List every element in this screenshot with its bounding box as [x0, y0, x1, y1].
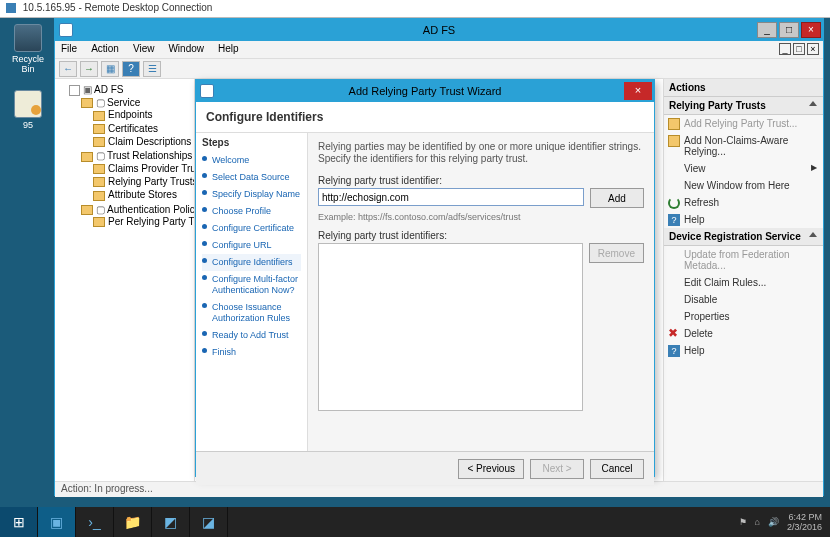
folder-icon: [668, 135, 680, 147]
rdp-icon: [6, 3, 16, 13]
action-update-fed[interactable]: Update from Federation Metada...: [664, 246, 823, 274]
action-refresh[interactable]: Refresh: [664, 194, 823, 211]
start-button[interactable]: ⊞: [0, 507, 38, 537]
collapse-icon[interactable]: [809, 232, 817, 237]
wizard-app-icon: [200, 84, 214, 98]
actions-drs-header: Device Registration Service: [664, 228, 823, 246]
taskbar-app1[interactable]: ◩: [152, 507, 190, 537]
action-edit-claim[interactable]: Edit Claim Rules...: [664, 274, 823, 291]
action-delete[interactable]: ✖Delete: [664, 325, 823, 342]
step-welcome[interactable]: Welcome: [202, 152, 301, 169]
child-min-button[interactable]: _: [779, 43, 791, 55]
action-add-non-claims[interactable]: Add Non-Claims-Aware Relying...: [664, 132, 823, 160]
delete-icon: ✖: [668, 328, 680, 340]
taskbar-powershell[interactable]: ›_: [76, 507, 114, 537]
recycle-bin[interactable]: Recycle Bin: [6, 24, 50, 74]
next-button[interactable]: Next >: [530, 459, 584, 479]
taskbar: ⊞ ▣ ›_ 📁 ◩ ◪ ⚑ ⌂ 🔊 6:42 PM 2/3/2016: [0, 507, 830, 537]
menu-action[interactable]: Action: [91, 43, 119, 56]
identifiers-listbox[interactable]: [318, 243, 583, 411]
wizard-dialog: Add Relying Party Trust Wizard × Configu…: [195, 79, 655, 477]
add-button[interactable]: Add: [590, 188, 644, 208]
help-icon: ?: [668, 345, 680, 357]
tree-service[interactable]: Service: [107, 97, 140, 108]
minimize-button[interactable]: _: [757, 22, 777, 38]
step-configure-url[interactable]: Configure URL: [202, 237, 301, 254]
folder-icon: [668, 118, 680, 130]
rdp-titlebar: 10.5.165.95 - Remote Desktop Connection: [0, 0, 830, 18]
wizard-main-pane: Relying parties may be identified by one…: [308, 133, 654, 451]
tray-network-icon[interactable]: ⌂: [755, 517, 760, 527]
action-properties[interactable]: Properties: [664, 308, 823, 325]
step-configure-identifiers[interactable]: Configure Identifiers: [202, 254, 301, 271]
wizard-steps-pane: Steps Welcome Select Data Source Specify…: [196, 133, 308, 451]
menu-window[interactable]: Window: [168, 43, 204, 56]
child-restore-button[interactable]: □: [793, 43, 805, 55]
identifier-label: Relying party trust identifier:: [318, 175, 644, 186]
step-select-data-source[interactable]: Select Data Source: [202, 169, 301, 186]
close-button[interactable]: ×: [801, 22, 821, 38]
step-display-name[interactable]: Specify Display Name: [202, 186, 301, 203]
menu-file[interactable]: File: [61, 43, 77, 56]
step-configure-mfa[interactable]: Configure Multi-factor Authentication No…: [202, 271, 301, 299]
previous-button[interactable]: < Previous: [458, 459, 524, 479]
action-help[interactable]: ?Help: [664, 211, 823, 228]
step-ready[interactable]: Ready to Add Trust: [202, 327, 301, 344]
tree-pane[interactable]: ▣AD FS ▢Service Endpoints Certificates C…: [55, 79, 195, 481]
toolbar-folder-button[interactable]: ▦: [101, 61, 119, 77]
taskbar-app2[interactable]: ◪: [190, 507, 228, 537]
tree-per-rp[interactable]: Per Relying Party Trust: [108, 216, 195, 227]
tray-sound-icon[interactable]: 🔊: [768, 517, 779, 527]
tree-endpoints[interactable]: Endpoints: [108, 109, 152, 120]
action-help2[interactable]: ?Help: [664, 342, 823, 359]
tree-auth-policies[interactable]: Authentication Policies: [107, 204, 195, 215]
nav-fwd-button[interactable]: →: [80, 61, 98, 77]
wizard-heading: Configure Identifiers: [196, 102, 654, 133]
actions-header: Actions: [664, 79, 823, 97]
tree-claimdesc[interactable]: Claim Descriptions: [108, 136, 191, 147]
remove-button[interactable]: Remove: [589, 243, 644, 263]
actions-pane: Actions Relying Party Trusts Add Relying…: [663, 79, 823, 481]
tree-relying-party[interactable]: Relying Party Trusts: [108, 176, 195, 187]
action-add-rp[interactable]: Add Relying Party Trust...: [664, 115, 823, 132]
tree-trust-rel[interactable]: Trust Relationships: [107, 150, 192, 161]
tree-certificates[interactable]: Certificates: [108, 123, 158, 134]
clock[interactable]: 6:42 PM 2/3/2016: [787, 512, 822, 532]
nav-back-button[interactable]: ←: [59, 61, 77, 77]
step-finish[interactable]: Finish: [202, 344, 301, 361]
help-icon: ?: [668, 214, 680, 226]
recycle-bin-icon: [14, 24, 42, 52]
identifiers-list-label: Relying party trust identifiers:: [318, 230, 644, 241]
menu-help[interactable]: Help: [218, 43, 239, 56]
taskbar-explorer[interactable]: 📁: [114, 507, 152, 537]
tree-root[interactable]: AD FS: [94, 84, 123, 95]
identifier-example: Example: https://fs.contoso.com/adfs/ser…: [318, 212, 644, 222]
system-tray[interactable]: ⚑ ⌂ 🔊 6:42 PM 2/3/2016: [731, 512, 830, 532]
adfs-console-window: AD FS _ □ × File Action View Window Help…: [54, 18, 824, 496]
child-close-button[interactable]: ×: [807, 43, 819, 55]
collapse-icon[interactable]: [809, 101, 817, 106]
step-choose-auth-rules[interactable]: Choose Issuance Authorization Rules: [202, 299, 301, 327]
tree-attribute-stores[interactable]: Attribute Stores: [108, 189, 177, 200]
action-new-window[interactable]: New Window from Here: [664, 177, 823, 194]
wizard-close-button[interactable]: ×: [624, 82, 652, 100]
tree-claims-provider[interactable]: Claims Provider Trusts: [108, 163, 195, 174]
toolbar-help-button[interactable]: ?: [122, 61, 140, 77]
adfs-titlebar[interactable]: AD FS _ □ ×: [55, 19, 823, 41]
menu-view[interactable]: View: [133, 43, 155, 56]
step-choose-profile[interactable]: Choose Profile: [202, 203, 301, 220]
step-configure-certificate[interactable]: Configure Certificate: [202, 220, 301, 237]
adfs-app-icon: [59, 23, 73, 37]
cancel-button[interactable]: Cancel: [590, 459, 644, 479]
clock-time: 6:42 PM: [787, 512, 822, 522]
tray-flag-icon[interactable]: ⚑: [739, 517, 747, 527]
action-disable[interactable]: Disable: [664, 291, 823, 308]
taskbar-server-manager[interactable]: ▣: [38, 507, 76, 537]
action-view[interactable]: View: [664, 160, 823, 177]
menu-bar: File Action View Window Help _ □ ×: [55, 41, 823, 59]
identifier-input[interactable]: [318, 188, 584, 206]
wizard-titlebar[interactable]: Add Relying Party Trust Wizard ×: [196, 80, 654, 102]
toolbar-list-button[interactable]: ☰: [143, 61, 161, 77]
desktop-mail-shortcut[interactable]: 95: [6, 90, 50, 130]
maximize-button[interactable]: □: [779, 22, 799, 38]
